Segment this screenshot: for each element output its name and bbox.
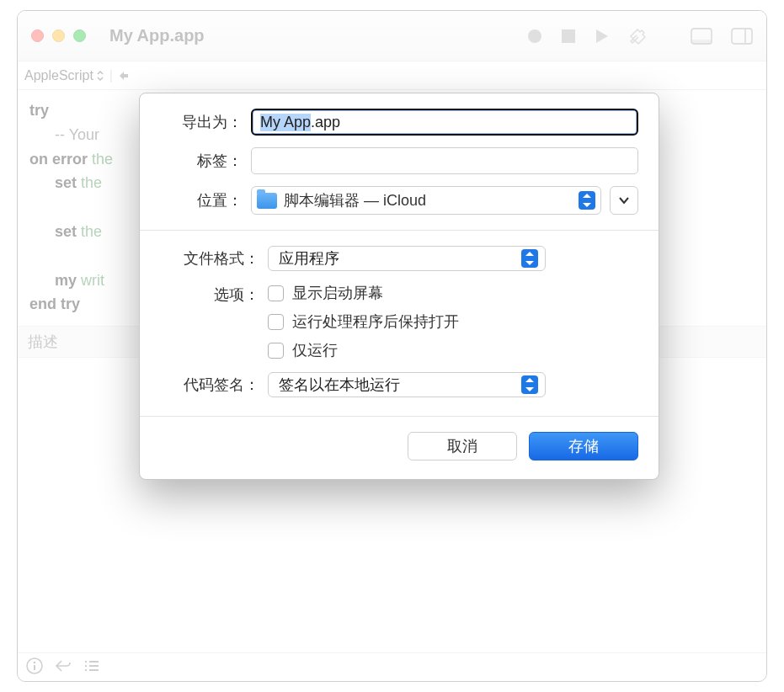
format-value: 应用程序: [279, 248, 339, 269]
option-show-startup[interactable]: 显示启动屏幕: [268, 283, 459, 303]
location-label: 位置：: [160, 190, 251, 210]
option-label: 显示启动屏幕: [292, 283, 383, 303]
divider: [140, 230, 659, 231]
option-stay-open[interactable]: 运行处理程序后保持打开: [268, 311, 459, 332]
options-label: 选项：: [160, 283, 268, 305]
checkbox-icon: [268, 343, 284, 359]
option-label: 运行处理程序后保持打开: [292, 311, 459, 332]
codesign-value: 签名以在本地运行: [279, 375, 400, 395]
format-select[interactable]: 应用程序: [268, 246, 546, 271]
chevron-updown-icon: [521, 249, 538, 268]
chevron-down-icon: [618, 196, 630, 205]
tags-input[interactable]: [251, 147, 638, 174]
chevron-updown-icon: [521, 375, 538, 394]
expand-button[interactable]: [610, 186, 638, 215]
tags-label: 标签：: [160, 151, 251, 171]
chevron-updown-icon: [579, 191, 595, 210]
location-value: 脚本编辑器 — iCloud: [284, 190, 426, 210]
export-dialog: 导出为： 标签： 位置： 脚本编辑器 — iCloud 文件格式： 应用程序: [139, 93, 659, 480]
location-select[interactable]: 脚本编辑器 — iCloud: [251, 186, 601, 215]
export-as-input[interactable]: [251, 109, 638, 136]
codesign-label: 代码签名：: [160, 375, 268, 395]
format-label: 文件格式：: [160, 248, 268, 269]
codesign-select[interactable]: 签名以在本地运行: [268, 372, 546, 397]
export-as-label: 导出为：: [160, 112, 251, 132]
checkbox-icon: [268, 314, 284, 330]
save-button[interactable]: 存储: [529, 432, 638, 460]
cancel-button[interactable]: 取消: [408, 432, 517, 460]
dialog-footer: 取消 存储: [140, 416, 659, 479]
checkbox-icon: [268, 285, 284, 301]
option-label: 仅运行: [292, 340, 338, 360]
folder-icon: [257, 193, 277, 209]
option-run-only[interactable]: 仅运行: [268, 340, 459, 360]
